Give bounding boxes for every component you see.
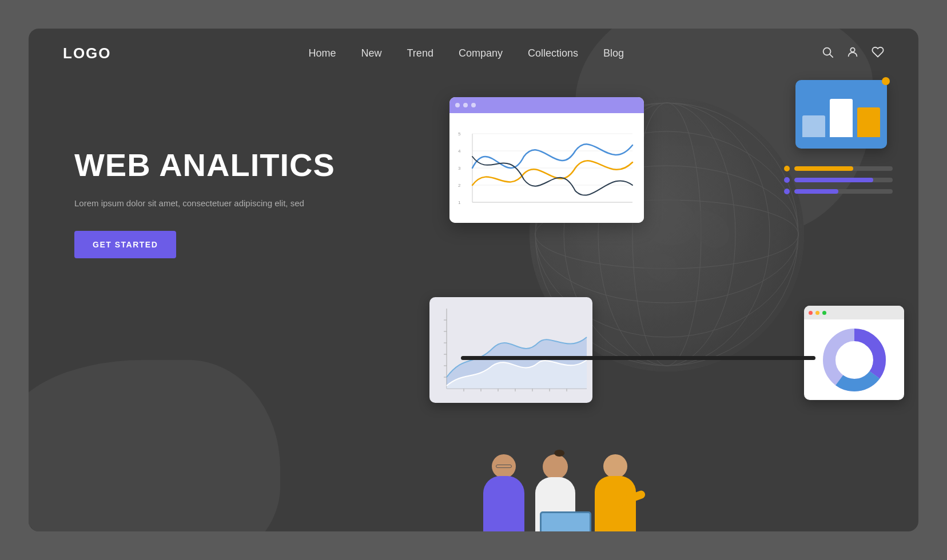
stat-bar-bg-1: [794, 166, 893, 171]
stat-bar-fill-3: [794, 189, 838, 194]
window-btn-1: [455, 103, 460, 107]
main-container: LOGO Home New Trend Company Collections …: [29, 29, 918, 531]
svg-point-25: [837, 342, 872, 378]
desk-line: [461, 356, 815, 360]
area-chart-panel: [429, 297, 592, 403]
bar-3: [857, 107, 880, 137]
stat-bar-fill-2: [794, 178, 873, 182]
nav-item-collections[interactable]: Collections: [528, 47, 578, 59]
svg-text:2: 2: [458, 183, 461, 188]
pie-body: [804, 319, 904, 400]
nav-link-new[interactable]: New: [361, 47, 382, 59]
bar-2: [830, 99, 853, 137]
illustration-area: 5 4 3 2 1: [404, 63, 918, 509]
stat-bar-fill-1: [794, 166, 853, 171]
nav-link-home[interactable]: Home: [309, 47, 336, 59]
search-icon[interactable]: [821, 46, 834, 62]
hero-section: WEB ANALITICS Lorem ipsum dolor sit amet…: [74, 113, 395, 258]
nav-link-blog[interactable]: Blog: [603, 47, 624, 59]
stat-item-3: [784, 189, 893, 194]
stats-list-widget: [778, 160, 898, 206]
pie-chart-window: [804, 306, 904, 400]
hero-subtitle: Lorem ipsum dolor sit amet, consectetuer…: [74, 197, 395, 210]
nav-link-company[interactable]: Company: [459, 47, 503, 59]
stat-bar-bg-2: [794, 178, 893, 182]
stat-dot-3: [784, 189, 790, 194]
svg-line-8: [830, 54, 833, 57]
user-icon[interactable]: [846, 46, 859, 62]
person1-body: [483, 476, 524, 531]
area-chart-svg: [429, 297, 592, 403]
svg-point-9: [850, 47, 854, 51]
pie-titlebar: [804, 306, 904, 319]
nav-icons: [821, 46, 884, 62]
bar-1: [802, 115, 825, 137]
line-chart-window: 5 4 3 2 1: [449, 97, 644, 223]
pie-chart-svg: [823, 329, 886, 391]
nav-item-blog[interactable]: Blog: [603, 47, 624, 59]
hero-title: WEB ANALITICS: [74, 147, 395, 183]
stat-item-1: [784, 166, 893, 171]
notification-dot: [882, 77, 890, 85]
svg-text:1: 1: [458, 200, 461, 205]
window-btn-3: [471, 103, 476, 107]
stat-bar-bg-3: [794, 189, 893, 194]
get-started-button[interactable]: GET STARTED: [74, 231, 176, 258]
blob-bottom-left: [29, 360, 280, 531]
nav-link-trend[interactable]: Trend: [407, 47, 433, 59]
window-btn-2: [463, 103, 468, 107]
nav-item-home[interactable]: Home: [309, 47, 336, 59]
pie-dot-yellow: [815, 311, 819, 315]
navbar: LOGO Home New Trend Company Collections …: [29, 29, 918, 78]
nav-item-new[interactable]: New: [361, 47, 382, 59]
person3-head: [603, 454, 627, 478]
svg-text:4: 4: [458, 149, 461, 154]
heart-icon[interactable]: [872, 46, 884, 62]
stat-item-2: [784, 177, 893, 183]
stat-dot-1: [784, 166, 790, 171]
nav-links: Home New Trend Company Collections Blog: [309, 47, 624, 59]
person1-glasses: [496, 465, 512, 468]
pie-dot-green: [822, 311, 826, 315]
bar-chart-widget: [795, 80, 887, 149]
stat-dot-2: [784, 177, 790, 183]
laptop: [540, 511, 591, 531]
svg-text:5: 5: [458, 131, 461, 137]
line-chart-body: 5 4 3 2 1: [449, 113, 644, 223]
person2-hair: [554, 450, 564, 457]
pie-dot-red: [809, 311, 813, 315]
nav-link-collections[interactable]: Collections: [528, 47, 578, 59]
svg-text:3: 3: [458, 166, 461, 171]
window-titlebar: [449, 97, 644, 113]
logo: LOGO: [63, 45, 112, 62]
person2-head: [543, 454, 568, 479]
nav-item-company[interactable]: Company: [459, 47, 503, 59]
nav-item-trend[interactable]: Trend: [407, 47, 433, 59]
